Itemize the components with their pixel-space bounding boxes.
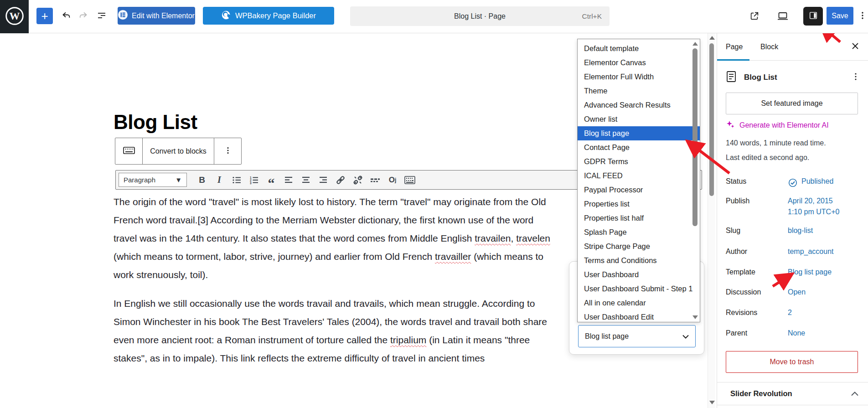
redo-button[interactable]	[76, 8, 91, 25]
numbered-list-button[interactable]: 123	[245, 172, 263, 188]
slider-revolution-panel-toggle[interactable]: Slider Revolution	[717, 382, 868, 405]
generate-with-elementor-ai-button[interactable]: Generate with Elementor AI	[726, 120, 829, 131]
sidebar-row-status: StatusPublished	[726, 177, 860, 188]
align-right-button[interactable]	[315, 172, 332, 188]
close-sidebar-button[interactable]	[848, 40, 862, 54]
scrollbar-thumb[interactable]	[692, 48, 698, 226]
template-option[interactable]: ICAL FEED	[578, 169, 700, 183]
template-option[interactable]: User Dashboard Submit - Step 1	[578, 282, 700, 296]
row-value-link[interactable]: April 20, 20151:10 pm UTC+0	[788, 197, 839, 216]
keyboard-shortcut-hint: Ctrl+K	[582, 12, 602, 21]
close-icon	[851, 42, 859, 52]
undo-button[interactable]	[58, 8, 74, 25]
set-featured-image-button[interactable]: Set featured image	[726, 93, 858, 114]
page-title[interactable]: Blog List	[114, 111, 197, 134]
keyboard-icon	[122, 145, 136, 158]
scroll-down-arrow[interactable]	[692, 315, 698, 319]
scroll-down-arrow[interactable]	[709, 401, 715, 404]
block-options-kebab[interactable]	[214, 138, 241, 164]
text-line: work strenuously, toil).	[114, 266, 550, 284]
options-kebab-menu[interactable]	[857, 8, 868, 25]
elementor-icon	[118, 10, 128, 21]
sidebar-row-publish: PublishApril 20, 20151:10 pm UTC+0	[726, 197, 860, 216]
scrollbar-thumb[interactable]	[709, 43, 714, 196]
row-value-link[interactable]: None	[788, 329, 805, 337]
row-value-link[interactable]: Published	[788, 177, 833, 188]
template-option[interactable]: Advanced Search Results	[578, 98, 700, 112]
align-left-button[interactable]	[280, 172, 297, 188]
preview-button[interactable]	[773, 9, 793, 25]
wpbakery-page-builder-button[interactable]: WPBakery Page Builder	[203, 7, 334, 25]
insert-link-button[interactable]	[332, 172, 349, 188]
panel-title: Slider Revolution	[730, 389, 792, 398]
toolbar-toggle-button[interactable]	[401, 172, 418, 188]
text-line: (which means to torment, labor, strive, …	[114, 248, 550, 266]
template-option[interactable]: Contact Page	[578, 140, 700, 155]
template-option[interactable]: GDPR Terms	[578, 155, 700, 169]
template-option-selected[interactable]: Blog list page	[578, 126, 700, 140]
template-option[interactable]: Theme	[578, 84, 700, 98]
sidebar-row-slug: Slugblog-list	[726, 227, 860, 235]
document-kebab-menu[interactable]	[852, 71, 860, 84]
blockquote-button[interactable]: “	[263, 172, 280, 188]
bulleted-list-button[interactable]	[228, 172, 245, 188]
row-value-link[interactable]: blog-list	[788, 227, 813, 235]
template-option[interactable]: Owner list	[578, 112, 700, 126]
italic-button[interactable]: I	[211, 172, 228, 188]
kebab-icon	[858, 10, 867, 23]
tab-block[interactable]: Block	[760, 33, 786, 61]
listbox-scrollbar[interactable]	[692, 41, 699, 320]
edit-with-elementor-label: Edit with Elementor	[132, 12, 195, 20]
active-tab-indicator	[717, 59, 749, 61]
paragraph-text[interactable]: The origin of the word "travel" is most …	[114, 193, 550, 284]
settings-sidebar-toggle[interactable]	[803, 7, 823, 26]
special-character-button[interactable]: Oj	[384, 172, 401, 188]
wordpress-admin-button[interactable]: W	[0, 0, 29, 33]
row-value-link[interactable]: 2	[788, 309, 792, 317]
row-value-link[interactable]: Blog list page	[788, 268, 832, 276]
chevron-down-icon	[676, 332, 689, 341]
add-block-button[interactable]: +	[36, 8, 53, 24]
template-option[interactable]: User Dashboard Edit	[578, 310, 700, 324]
template-option[interactable]: All in one calendar	[578, 296, 700, 310]
row-value-link[interactable]: temp_account	[788, 248, 834, 256]
template-option[interactable]: Elementor Canvas	[578, 56, 700, 70]
align-center-button[interactable]	[297, 172, 315, 188]
text-line: stakes", as in to impale). This link ref…	[114, 349, 547, 367]
edit-with-elementor-button[interactable]: Edit with Elementor	[118, 7, 195, 25]
tab-page[interactable]: Page	[726, 33, 749, 61]
template-option[interactable]: Properties list	[578, 197, 700, 211]
bold-button[interactable]: B	[193, 172, 211, 188]
template-option[interactable]: Paypal Processor	[578, 183, 700, 197]
read-more-tag-button[interactable]	[367, 172, 384, 188]
document-summary-row: Blog List	[726, 71, 860, 84]
template-option[interactable]: Splash Page	[578, 225, 700, 239]
row-value-link[interactable]: Open	[788, 288, 806, 296]
template-option[interactable]: Elementor Full Width	[578, 70, 700, 84]
command-search-bar[interactable]: Blog List · Page Ctrl+K	[350, 6, 610, 26]
block-type-select[interactable]: Paragraph ▼	[119, 173, 187, 187]
svg-text:W: W	[9, 10, 20, 21]
template-select[interactable]: Blog list page	[578, 325, 696, 347]
scroll-up-arrow[interactable]	[709, 36, 715, 40]
template-option[interactable]: Default template	[578, 41, 700, 56]
remove-link-button[interactable]	[349, 172, 367, 188]
classic-block-handle[interactable]	[115, 138, 143, 164]
move-to-trash-button[interactable]: Move to trash	[726, 351, 858, 373]
view-page-button[interactable]	[746, 9, 763, 25]
document-icon	[726, 70, 737, 85]
published-check-icon	[788, 178, 798, 188]
scroll-up-arrow[interactable]	[692, 42, 698, 46]
template-option[interactable]: Properties list half	[578, 211, 700, 225]
convert-to-blocks-button[interactable]: Convert to blocks	[143, 138, 214, 164]
text-line: The origin of the word "travel" is most …	[114, 193, 550, 211]
template-option[interactable]: Terms and Conditions	[578, 253, 700, 268]
paragraph-text[interactable]: In English we still occasionally use the…	[114, 294, 547, 367]
save-button[interactable]: Save	[827, 7, 853, 25]
template-option[interactable]: User Dashboard	[578, 268, 700, 282]
document-overview-button[interactable]	[94, 8, 109, 25]
template-select-value: Blog list page	[579, 332, 629, 341]
editor-scrollbar[interactable]	[708, 33, 715, 408]
template-option[interactable]: Stripe Charge Page	[578, 239, 700, 253]
sidebar-row-parent: ParentNone	[726, 329, 860, 337]
